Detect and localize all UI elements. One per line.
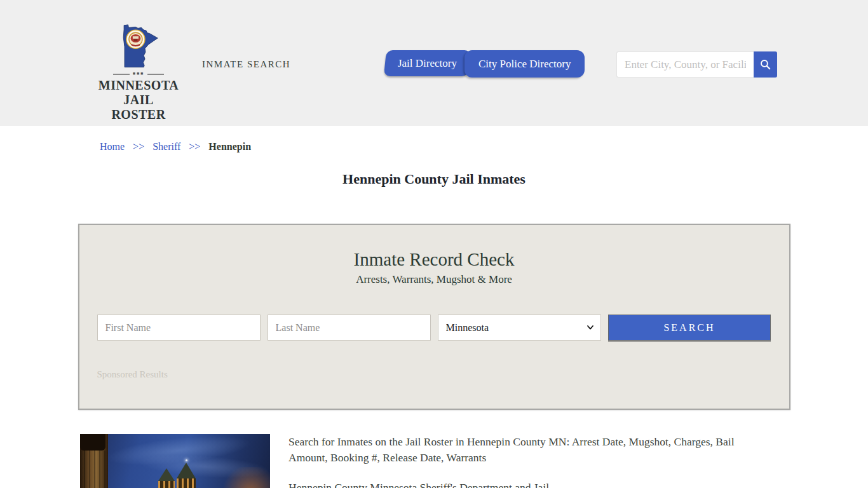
breadcrumb-sheriff-link[interactable]: Sheriff: [153, 141, 180, 152]
magnifier-icon: [759, 58, 771, 71]
inmate-search-tagline: INMATE SEARCH: [202, 59, 290, 70]
first-name-input[interactable]: [97, 315, 261, 341]
city-glow: [215, 467, 270, 488]
header-search: [616, 51, 777, 78]
search-submit-button[interactable]: [754, 51, 777, 78]
breadcrumb-home-link[interactable]: Home: [100, 141, 125, 152]
city-police-directory-button[interactable]: City Police Directory: [465, 50, 585, 78]
spire-light: [186, 459, 187, 461]
sponsored-results-label: Sponsored Results: [97, 369, 789, 380]
jail-directory-button[interactable]: Jail Directory: [384, 50, 471, 76]
city-police-directory-label: City Police Directory: [478, 58, 571, 71]
spire-windows: [177, 478, 196, 488]
county-description: Search for Inmates on the Jail Roster in…: [288, 434, 757, 488]
logo-title-line1: MINNESOTA: [95, 78, 182, 93]
county-intro-paragraph: Search for Inmates on the Jail Roster in…: [288, 434, 757, 466]
spire-windows: [158, 481, 175, 488]
spire-shape: [158, 468, 175, 481]
record-check-subheading: Arrests, Warrants, Mugshot & More: [79, 273, 789, 286]
facility-search-input[interactable]: [616, 51, 754, 78]
breadcrumb: Home >> Sheriff >> Hennepin: [100, 141, 868, 152]
inmate-record-check-box: Inmate Record Check Arrests, Warrants, M…: [78, 224, 790, 410]
record-search-button[interactable]: SEARCH: [608, 315, 771, 341]
logo-divider: ■■■: [107, 72, 170, 76]
breadcrumb-separator: >>: [133, 141, 144, 152]
last-name-input[interactable]: [268, 315, 431, 341]
main-content: Home >> Sheriff >> Hennepin Hennepin Cou…: [0, 141, 868, 488]
site-logo[interactable]: ■■■ MINNESOTA JAIL ROSTER: [95, 19, 182, 122]
minnesota-state-icon: [118, 19, 159, 70]
state-select[interactable]: Minnesota: [438, 315, 601, 341]
county-second-paragraph: Hennepin County Minnesota Sheriff's Depa…: [288, 480, 757, 488]
clock-tower-shape: [80, 434, 108, 488]
record-check-form: Minnesota SEARCH: [79, 315, 789, 341]
record-check-heading: Inmate Record Check: [79, 249, 789, 270]
breadcrumb-separator: >>: [189, 141, 200, 152]
logo-title-line2: JAIL ROSTER: [95, 93, 182, 122]
breadcrumb-current: Hennepin: [208, 141, 251, 152]
spire-shape: [177, 463, 196, 478]
site-header: ■■■ MINNESOTA JAIL ROSTER INMATE SEARCH …: [0, 0, 868, 126]
state-select-wrap: Minnesota: [438, 315, 601, 341]
county-result-row: Search for Inmates on the Jail Roster in…: [80, 434, 868, 488]
header-nav: Jail Directory City Police Directory: [385, 50, 585, 78]
jail-directory-label: Jail Directory: [398, 57, 457, 70]
courthouse-night-photo: [80, 434, 270, 488]
page-title: Hennepin County Jail Inmates: [0, 171, 868, 187]
